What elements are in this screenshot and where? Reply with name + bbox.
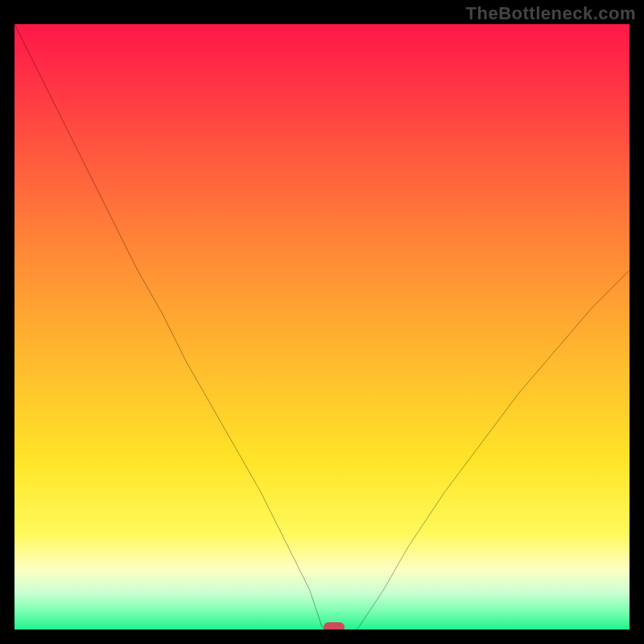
chart-container: TheBottleneck.com	[0, 0, 644, 644]
minimum-marker	[324, 622, 345, 630]
plot-area	[14, 24, 630, 630]
bottleneck-curve	[14, 24, 630, 630]
watermark-text: TheBottleneck.com	[466, 3, 636, 24]
